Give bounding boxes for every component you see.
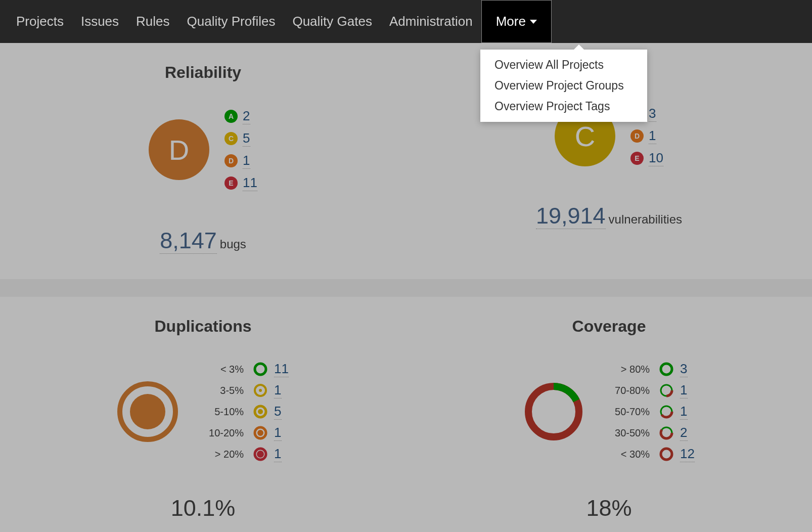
- nav-administration[interactable]: Administration: [381, 0, 481, 43]
- more-dropdown: Overview All Projects Overview Project G…: [480, 50, 647, 122]
- nav-more[interactable]: More: [481, 0, 552, 43]
- top-nav: Projects Issues Rules Quality Profiles Q…: [0, 0, 812, 43]
- modal-overlay: [0, 43, 812, 532]
- caret-down-icon: [530, 20, 537, 24]
- nav-projects[interactable]: Projects: [8, 0, 72, 43]
- dropdown-overview-project-groups[interactable]: Overview Project Groups: [480, 75, 647, 96]
- dropdown-overview-all-projects[interactable]: Overview All Projects: [480, 55, 647, 75]
- dropdown-overview-project-tags[interactable]: Overview Project Tags: [480, 96, 647, 117]
- nav-rules[interactable]: Rules: [127, 0, 178, 43]
- nav-issues[interactable]: Issues: [72, 0, 127, 43]
- nav-more-label: More: [496, 14, 526, 29]
- nav-quality-gates[interactable]: Quality Gates: [284, 0, 381, 43]
- nav-quality-profiles[interactable]: Quality Profiles: [178, 0, 284, 43]
